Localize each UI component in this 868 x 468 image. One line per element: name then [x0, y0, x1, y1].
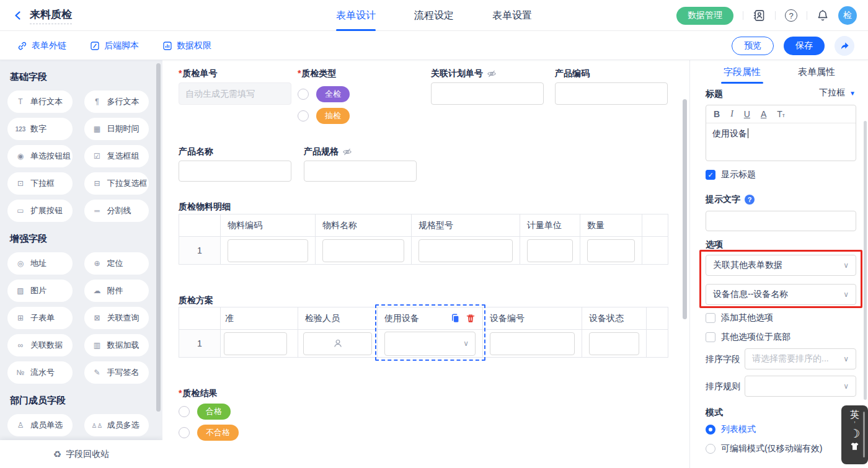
- field-item-dropdown[interactable]: ⊡下拉框: [7, 172, 73, 195]
- other-option-bottom-checkbox[interactable]: 其他选项位于底部: [706, 332, 790, 343]
- field-item-linked-data[interactable]: ∞关联数据: [7, 334, 73, 356]
- notification-bell-icon[interactable]: [817, 9, 829, 22]
- mode-list-radio[interactable]: 列表模式: [706, 424, 756, 435]
- column-header[interactable]: 数量: [580, 214, 642, 236]
- field-item-member-single[interactable]: ♙成员单选: [7, 414, 73, 436]
- delete-column-icon[interactable]: [466, 313, 476, 324]
- column-header-truncated[interactable]: 准: [221, 307, 298, 329]
- table-cell-input[interactable]: [418, 239, 513, 262]
- backend-script-button[interactable]: 后端脚本: [90, 40, 139, 51]
- user-avatar[interactable]: 检: [838, 6, 857, 25]
- field-item-dropdown-multi[interactable]: ⊟下拉复选框: [84, 172, 149, 195]
- column-header[interactable]: 物料编码: [221, 214, 316, 236]
- field-item-subform[interactable]: ⊞子表单: [7, 307, 73, 329]
- table-cell-input[interactable]: [587, 239, 635, 262]
- bold-button[interactable]: B: [714, 109, 720, 119]
- font-size-button[interactable]: T: [777, 109, 785, 119]
- title-editor-input[interactable]: 使用设备: [706, 123, 856, 144]
- table-cell-input[interactable]: [322, 239, 404, 262]
- field-recycle-bin[interactable]: ♻ 字段回收站: [0, 440, 162, 468]
- help-icon[interactable]: ?: [785, 9, 797, 22]
- table-cell-input[interactable]: [224, 332, 287, 355]
- field-item-address[interactable]: ◎地址: [7, 252, 73, 275]
- panel-scrollbar[interactable]: [864, 121, 867, 400]
- field-item-attachment[interactable]: ☁附件: [84, 280, 149, 302]
- number-icon: 123: [15, 126, 26, 133]
- field-item-serial-number[interactable]: №流水号: [7, 361, 73, 384]
- italic-button[interactable]: I: [730, 109, 733, 119]
- eye-off-icon: [342, 147, 352, 157]
- show-title-checkbox[interactable]: ✓ 显示标题: [706, 169, 756, 180]
- field-item-datetime[interactable]: ▦日期时间: [84, 118, 149, 140]
- table-cell-input[interactable]: [589, 332, 639, 355]
- contacts-book-icon[interactable]: [753, 9, 766, 22]
- field-item-multi-text[interactable]: ¶多行文本: [84, 91, 149, 113]
- external-link-button[interactable]: 表单外链: [17, 40, 66, 51]
- sort-rule-select[interactable]: ∨: [745, 376, 856, 397]
- column-header[interactable]: 检验人员: [298, 307, 378, 329]
- product-spec-input[interactable]: [304, 161, 417, 182]
- result-option-pass[interactable]: 合格: [179, 404, 231, 420]
- hint-help-icon[interactable]: ?: [745, 195, 755, 205]
- inspect-no-input[interactable]: [179, 82, 291, 105]
- field-item-location[interactable]: ⊕定位: [84, 252, 149, 275]
- field-item-checkbox-group[interactable]: ☑复选框组: [84, 145, 149, 167]
- copy-column-icon[interactable]: [450, 313, 461, 324]
- back-button[interactable]: [12, 10, 24, 21]
- underline-button[interactable]: U: [744, 109, 750, 119]
- hint-text-input[interactable]: [706, 211, 856, 231]
- product-code-input[interactable]: [555, 82, 668, 105]
- ime-language-indicator[interactable]: 英: [850, 409, 859, 421]
- ime-status-widget[interactable]: 英 ’ ☽: [841, 405, 868, 464]
- column-header[interactable]: 物料名称: [316, 214, 412, 236]
- field-item-member-multi[interactable]: ♙♙成员多选: [84, 414, 149, 436]
- tab-form-properties[interactable]: 表单属性: [792, 66, 841, 78]
- column-header[interactable]: 设备编号: [483, 307, 582, 329]
- font-color-button[interactable]: A: [761, 109, 766, 119]
- result-option-fail[interactable]: 不合格: [179, 425, 239, 441]
- column-header[interactable]: 计量单位: [520, 214, 580, 236]
- sort-field-select[interactable]: 请选择需要排序的... ∨: [745, 348, 856, 369]
- table-cell-input[interactable]: [527, 239, 573, 262]
- save-button[interactable]: 保存: [784, 37, 825, 55]
- tab-form-setting[interactable]: 表单设置: [492, 0, 532, 31]
- data-manage-button[interactable]: 数据管理: [676, 7, 733, 25]
- skin-shirt-icon[interactable]: [849, 441, 860, 451]
- ime-punctuation-indicator[interactable]: ’: [854, 422, 855, 426]
- table-cell-input[interactable]: [228, 239, 308, 262]
- field-item-radio-group[interactable]: ◉单选按钮组: [7, 145, 73, 167]
- field-type-dropdown[interactable]: 下拉框 ▼: [819, 87, 856, 99]
- moon-icon[interactable]: ☽: [849, 427, 860, 441]
- column-header[interactable]: 设备状态: [582, 307, 647, 329]
- field-label-result: *质检结果: [179, 388, 217, 399]
- field-item-signature[interactable]: ✎手写签名: [84, 361, 149, 384]
- data-permission-button[interactable]: 数据权限: [162, 40, 211, 51]
- device-select[interactable]: ∨: [384, 332, 476, 356]
- field-item-extend-button[interactable]: ▭扩展按钮: [7, 200, 73, 222]
- field-item-image[interactable]: ▨图片: [7, 280, 73, 302]
- field-item-divider[interactable]: ═分割线: [84, 200, 149, 222]
- tab-field-properties[interactable]: 字段属性: [717, 66, 767, 78]
- field-item-single-text[interactable]: T单行文本: [7, 91, 73, 113]
- column-header-selected[interactable]: 使用设备: [378, 307, 483, 329]
- tab-form-design[interactable]: 表单设计: [336, 0, 376, 31]
- mode-editable-radio[interactable]: 可编辑模式(仅移动端有效): [706, 443, 822, 454]
- canvas-scrollbar[interactable]: [683, 99, 687, 319]
- inspect-type-option-sample[interactable]: 抽检: [298, 108, 350, 124]
- option-field-select[interactable]: 设备信息--设备名称 ∨: [706, 284, 856, 305]
- option-source-select[interactable]: 关联其他表单数据 ∨: [706, 255, 856, 276]
- radio-group-icon: ◉: [15, 152, 26, 161]
- preview-button[interactable]: 预览: [732, 37, 774, 55]
- field-item-data-load[interactable]: ▥数据加载: [84, 334, 149, 356]
- tab-flow-setting[interactable]: 流程设定: [414, 0, 454, 31]
- share-button[interactable]: [835, 36, 854, 56]
- sidebar-scrollbar[interactable]: [156, 63, 161, 412]
- plan-no-input[interactable]: [431, 82, 544, 105]
- add-other-option-checkbox[interactable]: 添加其他选项: [706, 312, 773, 324]
- field-item-linked-query[interactable]: ⊠关联查询: [84, 307, 149, 329]
- column-header[interactable]: 规格型号: [412, 214, 520, 236]
- product-name-input[interactable]: [179, 161, 291, 182]
- field-item-number[interactable]: 123数字: [7, 118, 73, 140]
- inspect-type-option-full[interactable]: 全检: [298, 86, 350, 102]
- table-cell-input[interactable]: [490, 332, 575, 355]
